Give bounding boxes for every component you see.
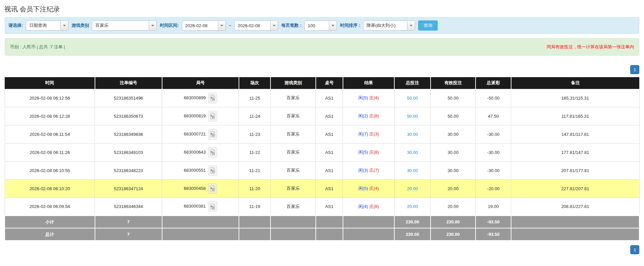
round-number: 683000819 xyxy=(184,113,206,118)
total-bet-link[interactable]: 50.00 xyxy=(407,114,418,119)
table-row: 2026-02-08 06:11:26523186349103683000643… xyxy=(5,143,639,161)
page-1-button[interactable]: 1 xyxy=(630,245,639,254)
footer-cell xyxy=(316,228,343,241)
table-row: 2026-02-08 06:12:56523186351496683000899… xyxy=(5,89,639,107)
table-row: 2026-02-08 06:09:54523186346344683000381… xyxy=(5,198,639,216)
video-replay-button[interactable] xyxy=(208,111,217,121)
bet-number-cell: 523186347124 xyxy=(95,179,162,198)
footer-cell: 230.00 xyxy=(431,228,476,241)
result-banker: 庄(7) xyxy=(369,168,379,173)
result-player: 闲(3) xyxy=(358,168,368,173)
chevron-down-icon[interactable] xyxy=(270,21,278,30)
chevron-down-icon[interactable] xyxy=(407,21,415,30)
column-header: 游戏类别 xyxy=(270,77,315,89)
video-replay-button[interactable] xyxy=(208,147,217,158)
video-replay-button[interactable] xyxy=(208,165,217,176)
result-cell: 闲(7) 庄(3) xyxy=(343,125,394,143)
per-page-select[interactable]: 100 xyxy=(304,20,337,31)
total-bet-cell: 30.00 xyxy=(394,143,431,161)
search-button[interactable]: 查询 xyxy=(418,20,438,31)
chevron-down-icon[interactable] xyxy=(60,21,68,30)
film-icon xyxy=(210,113,215,119)
note-cell: 207.81/177.81 xyxy=(511,161,639,179)
page-1-button[interactable]: 1 xyxy=(630,65,639,74)
result-cell: 闲(2) 庄(8) xyxy=(343,107,394,125)
video-replay-button[interactable] xyxy=(208,93,217,103)
note-cell: 177.81/147.81 xyxy=(511,143,639,161)
total-bet-link[interactable]: 20.00 xyxy=(407,204,418,209)
per-page-value: 100 xyxy=(305,21,329,30)
total-bet-link[interactable]: 30.00 xyxy=(407,168,418,173)
footer-cell xyxy=(270,228,315,241)
film-icon xyxy=(210,131,215,138)
chevron-down-icon[interactable] xyxy=(149,21,156,30)
valid-bet-cell: 50.00 xyxy=(431,89,476,107)
time-range-label: 时间区间: xyxy=(160,22,179,29)
column-header: 时间 xyxy=(5,77,95,89)
footer-cell xyxy=(511,228,639,241)
result-player: 闲(4) xyxy=(358,204,368,209)
per-page-label: 每页笔数 : xyxy=(281,22,301,29)
session-cell: 11-21 xyxy=(239,161,271,179)
time-cell: 2026-02-08 06:12:56 xyxy=(5,89,95,107)
table-number-cell: AS1 xyxy=(316,143,343,161)
column-header: 场次 xyxy=(239,77,271,89)
video-replay-button[interactable] xyxy=(208,129,217,140)
session-cell: 11-23 xyxy=(239,125,271,143)
column-header: 备注 xyxy=(511,77,639,89)
date-from-select[interactable]: 2026-02-08 xyxy=(182,20,226,31)
valid-bet-cell: 30.00 xyxy=(431,125,476,143)
bet-number-cell: 523186348223 xyxy=(95,161,162,179)
game-type-select[interactable]: 百家乐 xyxy=(92,20,157,31)
total-bet-cell: 50.00 xyxy=(394,89,431,107)
round-number: 683000721 xyxy=(184,131,206,136)
session-cell: 11-20 xyxy=(239,179,271,198)
summary-bar: 币别 : 人民币 | 总共 :7 注单 | 同局有效投注，统一计算在该局第一张注… xyxy=(5,38,639,56)
round-number: 683000458 xyxy=(184,185,206,191)
date-from-value: 2026-02-08 xyxy=(182,21,218,30)
grandtotal-row: 总计7230.00230.00-93.50 xyxy=(5,228,639,241)
date-to-select[interactable]: 2026-02-08 xyxy=(234,20,278,31)
footer-cell xyxy=(316,216,343,228)
total-bet-link[interactable]: 20.00 xyxy=(407,186,418,191)
total-bet-link[interactable]: 30.00 xyxy=(407,150,418,155)
video-replay-button[interactable] xyxy=(208,183,217,194)
result-banker: 庄(3) xyxy=(369,131,379,137)
total-bet-link[interactable]: 30.00 xyxy=(407,132,418,137)
footer-cell xyxy=(270,216,315,228)
column-header: 有效投注 xyxy=(431,77,476,89)
bet-records-table: 时间注单编号局号场次游戏类别桌号结果总投注有效投注总派彩备注 2026-02-0… xyxy=(4,77,640,241)
filter-bar: 请选择: 日期查询 游戏类别 百家乐 时间区间: 2026-02-08 ~ 20… xyxy=(5,17,639,34)
payout-cell: 19.00 xyxy=(476,198,511,216)
film-icon xyxy=(210,95,215,101)
video-replay-button[interactable] xyxy=(208,201,217,212)
table-row: 2026-02-08 06:10:20523186347124683000458… xyxy=(5,179,639,198)
round-number-cell: 683000899 xyxy=(162,89,239,107)
payout-cell: -20.00 xyxy=(476,179,511,198)
round-number-cell: 683000381 xyxy=(162,198,239,216)
film-icon xyxy=(210,167,215,174)
film-icon xyxy=(210,149,215,156)
session-cell: 11-24 xyxy=(239,107,271,125)
chevron-down-icon[interactable] xyxy=(218,21,226,30)
column-header: 局号 xyxy=(162,77,239,89)
column-header: 结果 xyxy=(343,77,394,89)
result-banker: 庄(4) xyxy=(369,186,379,191)
query-type-select[interactable]: 日期查询 xyxy=(26,20,68,31)
time-sort-select[interactable]: 降幂(由大到小) xyxy=(363,20,415,31)
chevron-down-icon[interactable] xyxy=(329,21,337,30)
table-number-cell: AS1 xyxy=(316,125,343,143)
result-player: 闲(7) xyxy=(358,131,368,137)
result-banker: 庄(8) xyxy=(369,204,379,209)
round-number: 683000899 xyxy=(184,95,206,100)
footer-cell: -93.50 xyxy=(476,216,511,228)
total-bet-link[interactable]: 50.00 xyxy=(407,96,418,101)
table-number-cell: AS1 xyxy=(316,179,343,198)
footer-cell: 230.00 xyxy=(394,216,431,228)
session-cell: 11-25 xyxy=(239,89,271,107)
column-header: 注单编号 xyxy=(95,77,162,89)
footer-cell xyxy=(343,216,394,228)
column-header: 桌号 xyxy=(316,77,343,89)
note-cell: 227.81/207.81 xyxy=(511,179,639,198)
footer-cell: -93.50 xyxy=(476,228,511,241)
